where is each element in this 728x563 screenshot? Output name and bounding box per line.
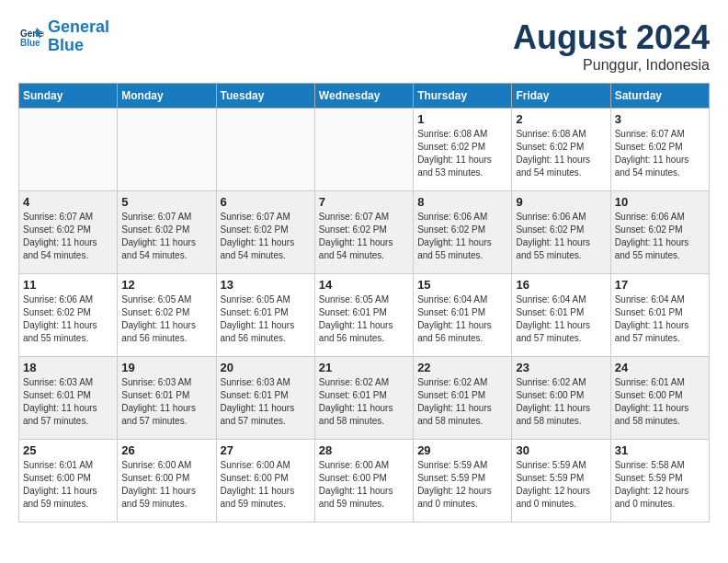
col-header-tuesday: Tuesday [216,84,314,109]
day-number: 20 [221,361,311,374]
day-number: 14 [319,278,409,292]
day-number: 21 [319,361,409,374]
calendar-cell: 7Sunrise: 6:07 AM Sunset: 6:02 PM Daylig… [314,191,413,274]
calendar-cell: 22Sunrise: 6:02 AM Sunset: 6:01 PM Dayli… [414,357,512,440]
col-header-wednesday: Wednesday [314,84,413,109]
day-info: Sunrise: 6:01 AM Sunset: 6:00 PM Dayligh… [23,459,113,511]
day-info: Sunrise: 6:00 AM Sunset: 6:00 PM Dayligh… [221,459,311,511]
calendar-table: SundayMondayTuesdayWednesdayThursdayFrid… [18,83,710,523]
logo: General Blue General Blue [18,18,109,55]
col-header-saturday: Saturday [610,84,709,109]
calendar-cell [118,109,216,191]
day-number: 11 [23,278,113,292]
calendar-cell: 15Sunrise: 6:04 AM Sunset: 6:01 PM Dayli… [414,274,512,357]
day-number: 23 [516,361,606,374]
day-info: Sunrise: 6:07 AM Sunset: 6:02 PM Dayligh… [121,211,211,262]
calendar-week-2: 4Sunrise: 6:07 AM Sunset: 6:02 PM Daylig… [19,191,710,274]
day-number: 3 [615,112,705,126]
day-number: 1 [417,112,507,126]
calendar-cell [314,109,413,191]
calendar-cell: 13Sunrise: 6:05 AM Sunset: 6:01 PM Dayli… [216,274,314,357]
day-number: 26 [121,443,211,457]
calendar-cell: 31Sunrise: 5:58 AM Sunset: 5:59 PM Dayli… [610,440,709,523]
calendar-week-3: 11Sunrise: 6:06 AM Sunset: 6:02 PM Dayli… [19,274,710,357]
day-number: 12 [121,278,211,292]
calendar-cell: 8Sunrise: 6:06 AM Sunset: 6:02 PM Daylig… [414,191,512,274]
svg-text:Blue: Blue [20,38,40,48]
day-info: Sunrise: 6:06 AM Sunset: 6:02 PM Dayligh… [23,293,113,345]
calendar-cell: 21Sunrise: 6:02 AM Sunset: 6:01 PM Dayli… [314,357,413,440]
calendar-cell: 27Sunrise: 6:00 AM Sunset: 6:00 PM Dayli… [216,440,314,523]
col-header-thursday: Thursday [414,84,512,109]
logo-blue: Blue [48,36,84,54]
day-info: Sunrise: 6:05 AM Sunset: 6:01 PM Dayligh… [319,293,409,345]
calendar-cell: 23Sunrise: 6:02 AM Sunset: 6:00 PM Dayli… [512,357,610,440]
day-info: Sunrise: 6:04 AM Sunset: 6:01 PM Dayligh… [615,293,705,345]
day-info: Sunrise: 6:04 AM Sunset: 6:01 PM Dayligh… [417,293,507,345]
page-header: General Blue General Blue August 2024 Pu… [18,18,710,74]
day-number: 6 [221,195,311,209]
col-header-monday: Monday [118,84,216,109]
day-number: 17 [615,278,705,292]
day-number: 13 [221,278,311,292]
day-info: Sunrise: 6:08 AM Sunset: 6:02 PM Dayligh… [417,128,507,179]
calendar-cell: 11Sunrise: 6:06 AM Sunset: 6:02 PM Dayli… [19,274,118,357]
day-info: Sunrise: 6:07 AM Sunset: 6:02 PM Dayligh… [23,211,113,262]
calendar-cell: 10Sunrise: 6:06 AM Sunset: 6:02 PM Dayli… [610,191,709,274]
day-number: 16 [516,278,606,292]
day-info: Sunrise: 6:07 AM Sunset: 6:02 PM Dayligh… [615,128,705,179]
day-number: 7 [319,195,409,209]
calendar-week-5: 25Sunrise: 6:01 AM Sunset: 6:00 PM Dayli… [19,440,710,523]
location: Punggur, Indonesia [513,57,710,74]
calendar-cell [19,109,118,191]
day-info: Sunrise: 6:00 AM Sunset: 6:00 PM Dayligh… [319,459,409,511]
day-number: 9 [516,195,606,209]
calendar-week-4: 18Sunrise: 6:03 AM Sunset: 6:01 PM Dayli… [19,357,710,440]
calendar-cell: 9Sunrise: 6:06 AM Sunset: 6:02 PM Daylig… [512,191,610,274]
day-number: 10 [615,195,705,209]
logo-icon: General Blue [18,24,44,50]
calendar-cell: 3Sunrise: 6:07 AM Sunset: 6:02 PM Daylig… [610,109,709,191]
calendar-cell: 16Sunrise: 6:04 AM Sunset: 6:01 PM Dayli… [512,274,610,357]
logo-text: General Blue [48,18,109,55]
day-number: 27 [221,443,311,457]
day-info: Sunrise: 6:06 AM Sunset: 6:02 PM Dayligh… [417,211,507,262]
day-info: Sunrise: 6:08 AM Sunset: 6:02 PM Dayligh… [516,128,606,179]
col-header-sunday: Sunday [19,84,118,109]
calendar-cell: 28Sunrise: 6:00 AM Sunset: 6:00 PM Dayli… [314,440,413,523]
day-number: 25 [23,443,113,457]
day-info: Sunrise: 6:05 AM Sunset: 6:02 PM Dayligh… [121,293,211,345]
day-number: 30 [516,443,606,457]
calendar-cell: 19Sunrise: 6:03 AM Sunset: 6:01 PM Dayli… [118,357,216,440]
day-info: Sunrise: 6:06 AM Sunset: 6:02 PM Dayligh… [516,211,606,262]
day-number: 24 [615,361,705,374]
calendar-cell: 1Sunrise: 6:08 AM Sunset: 6:02 PM Daylig… [414,109,512,191]
day-number: 28 [319,443,409,457]
day-number: 4 [23,195,113,209]
day-info: Sunrise: 6:00 AM Sunset: 6:00 PM Dayligh… [121,459,211,511]
day-number: 15 [417,278,507,292]
calendar-cell: 20Sunrise: 6:03 AM Sunset: 6:01 PM Dayli… [216,357,314,440]
day-number: 29 [417,443,507,457]
calendar-cell: 5Sunrise: 6:07 AM Sunset: 6:02 PM Daylig… [118,191,216,274]
day-number: 5 [121,195,211,209]
logo-general: General [48,17,109,36]
day-info: Sunrise: 5:59 AM Sunset: 5:59 PM Dayligh… [417,459,507,511]
day-info: Sunrise: 6:06 AM Sunset: 6:02 PM Dayligh… [615,211,705,262]
calendar-cell: 6Sunrise: 6:07 AM Sunset: 6:02 PM Daylig… [216,191,314,274]
calendar-header-row: SundayMondayTuesdayWednesdayThursdayFrid… [19,84,710,109]
day-info: Sunrise: 6:05 AM Sunset: 6:01 PM Dayligh… [221,293,311,345]
day-number: 2 [516,112,606,126]
calendar-cell: 14Sunrise: 6:05 AM Sunset: 6:01 PM Dayli… [314,274,413,357]
day-info: Sunrise: 6:07 AM Sunset: 6:02 PM Dayligh… [319,211,409,262]
calendar-cell [216,109,314,191]
day-number: 18 [23,361,113,374]
month-title: August 2024 [513,18,710,57]
day-info: Sunrise: 6:03 AM Sunset: 6:01 PM Dayligh… [121,376,211,428]
day-info: Sunrise: 6:03 AM Sunset: 6:01 PM Dayligh… [221,376,311,428]
col-header-friday: Friday [512,84,610,109]
day-number: 22 [417,361,507,374]
day-info: Sunrise: 6:04 AM Sunset: 6:01 PM Dayligh… [516,293,606,345]
calendar-cell: 25Sunrise: 6:01 AM Sunset: 6:00 PM Dayli… [19,440,118,523]
title-block: August 2024 Punggur, Indonesia [513,18,710,74]
